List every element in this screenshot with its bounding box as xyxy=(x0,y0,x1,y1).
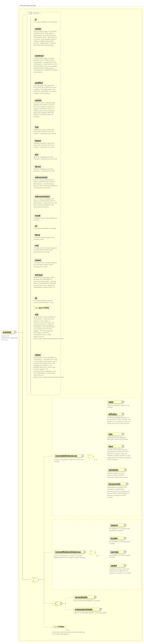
rel-narrower[interactable]: narrower + xyxy=(109,550,124,554)
def-definition[interactable]: definition + xyxy=(107,412,122,416)
def-name[interactable]: name + xyxy=(107,400,122,404)
relgroup-label: ConceptRelationshipsGroup xyxy=(55,551,83,553)
rel-narrower-desc: An identifier of a more specific concept… xyxy=(109,554,133,558)
attr-creatoruri-desc: If the property value is empty, specifie… xyxy=(34,57,58,73)
organiser-desc: A person or organisation organising the … xyxy=(1,335,18,341)
defgroup-desc: A group of properties required to define… xyxy=(54,459,87,463)
attr-pubconstraint[interactable]: pubconstraint xyxy=(35,176,47,179)
diagram-canvas: Flex1PartyPropType xyxy=(0,0,144,644)
attr-howuri-desc: Indicates by which means the value was e… xyxy=(34,142,58,148)
rel-related-desc: A related concept, where the relationshi… xyxy=(109,568,133,574)
rel-sameas-desc: An identifier of a concept with equivale… xyxy=(109,528,133,532)
def-name-desc: A natural language name for the concept. xyxy=(107,404,131,408)
attr-any-other[interactable]: any any ##other xyxy=(34,306,51,309)
details-choice-expander[interactable]: − xyxy=(60,602,62,605)
attr-id[interactable]: id xyxy=(35,18,36,21)
attr-whyuri-desc: Why the metadata has been included - exp… xyxy=(34,168,58,172)
rel-sameas[interactable]: sameAs + xyxy=(109,524,124,527)
attr-pubconstrainturi-desc: One or many constraints that apply to pu… xyxy=(34,198,58,208)
def-note-expander[interactable]: + xyxy=(122,433,124,435)
attr-whyuri[interactable]: whyuri xyxy=(35,165,41,168)
attr-typeuri[interactable]: typeuri xyxy=(35,258,41,262)
def-remoteinfo[interactable]: remoteInfo + xyxy=(107,468,125,472)
def-facet[interactable]: facet + xyxy=(107,444,122,448)
defgroup-sequence[interactable]: • • • − xyxy=(86,454,94,458)
organiser-expander[interactable]: − xyxy=(14,331,16,333)
details-choice[interactable]: − xyxy=(52,602,61,606)
def-note[interactable]: note + xyxy=(107,432,122,436)
defgroup-occur: 0..∞ xyxy=(94,459,97,460)
persondetails-expander[interactable]: + xyxy=(94,596,96,598)
attr-xmllang[interactable]: xml:lang xyxy=(35,273,43,276)
defgroup-label: ConceptDefinitionGroup xyxy=(55,455,80,457)
attr-qcode[interactable]: qcode xyxy=(35,214,40,217)
attr-creator[interactable]: creator xyxy=(35,27,41,30)
organiser-element[interactable]: organiser − xyxy=(1,330,14,334)
attr-modified-desc: The date (and, optionally, the time) whe… xyxy=(34,84,58,94)
organisationdetails-desc: A group of properties specific to an org… xyxy=(73,612,107,614)
sequence-glyph: • • • xyxy=(33,578,37,582)
relgroup-plaque[interactable]: ConceptRelationshipsGroup − xyxy=(54,550,84,554)
def-remoteinfo-expander[interactable]: + xyxy=(125,469,127,471)
attr-role[interactable]: role xyxy=(35,313,38,316)
attr-pubconstrainturi[interactable]: pubconstrainturi xyxy=(35,194,50,198)
persondetails-desc: A set of properties specific to a person xyxy=(73,600,107,602)
attr-type-desc: The type of the concept assigned as cont… xyxy=(34,247,58,253)
def-hierarchyinfo-expander[interactable]: + xyxy=(126,483,128,485)
def-facet-desc: In NAR 1.8 and later, facet is deprecate… xyxy=(107,449,131,460)
attr-how[interactable]: how xyxy=(35,125,39,128)
root-sequence-connector[interactable]: • • • − xyxy=(31,578,39,582)
organisationdetails[interactable]: organisationDetails + xyxy=(73,608,100,611)
attr-why[interactable]: why xyxy=(35,153,39,156)
attr-custom[interactable]: custom xyxy=(35,98,42,102)
attr-roleuri[interactable]: roleuri xyxy=(35,353,41,356)
attr-literal[interactable]: literal xyxy=(35,233,40,236)
attr-id-desc: The local identifier of the property. xyxy=(34,21,58,23)
relgroup-sequence[interactable]: • • • − xyxy=(88,550,96,554)
attr-roleuri-desc: A refinement of the semantics of the pro… xyxy=(34,356,58,378)
rel-broader-desc: An identifier of a more generic concept. xyxy=(109,541,133,545)
attr-modified[interactable]: modified xyxy=(35,81,43,84)
rel-related-expander[interactable]: + xyxy=(124,564,126,566)
def-facet-expander[interactable]: + xyxy=(122,445,124,447)
attr-pubconstraint-desc: One or many constraints that apply to pu… xyxy=(34,179,58,189)
choice-icon xyxy=(53,602,61,606)
persondetails[interactable]: personDetails + xyxy=(73,596,94,599)
attributes-expander-icon[interactable]: − xyxy=(30,12,32,14)
rel-sameas-expander[interactable]: + xyxy=(124,524,126,526)
attr-xmllang-desc: Specifies the language of this property … xyxy=(34,276,58,288)
organiser-label: organiser xyxy=(3,331,13,333)
attr-type[interactable]: type xyxy=(35,244,39,247)
attributes-label: attributes xyxy=(33,12,40,14)
attr-creator-desc: If the property value is not empty, spec… xyxy=(34,30,58,46)
def-definition-desc: A natural language definition of the sem… xyxy=(107,416,131,424)
attr-literal-desc: A free-text value assigned as property v… xyxy=(34,236,58,240)
attr-why-desc: Why the metadata has been included - exp… xyxy=(34,156,58,160)
relgroup-desc: A group of properties required to indica… xyxy=(54,555,87,559)
rel-broader-expander[interactable]: + xyxy=(124,537,126,539)
attr-uri[interactable]: uri xyxy=(35,224,37,228)
def-note-desc: Additional natural language information … xyxy=(107,436,131,440)
defgroup-expander[interactable]: − xyxy=(82,455,84,457)
attr-typeuri-desc: The type of the concept assigned as cont… xyxy=(34,262,58,268)
rel-narrower-expander[interactable]: + xyxy=(124,551,126,553)
def-definition-expander[interactable]: + xyxy=(122,413,124,415)
attr-dir[interactable]: dir xyxy=(35,296,37,300)
attr-creatoruri[interactable]: creatoruri xyxy=(35,54,44,57)
def-hierarchyinfo[interactable]: hierarchyInfo + xyxy=(107,482,126,486)
attr-custom-desc: If set to true the corresponding propert… xyxy=(34,102,58,118)
rel-related[interactable]: related + xyxy=(109,564,124,567)
organisationdetails-expander[interactable]: + xyxy=(100,608,102,610)
any-other-occur: 0..∞ xyxy=(66,629,69,631)
attr-role-desc: A refinement of the semantics of the pro… xyxy=(34,316,58,340)
any-other-desc: Extension point for provider-defined pro… xyxy=(52,631,86,635)
def-name-expander[interactable]: + xyxy=(122,401,124,403)
attributes-header[interactable]: − attributes xyxy=(28,12,41,14)
attr-dir-desc: The directionality of textual content (e… xyxy=(34,300,58,304)
defgroup-plaque[interactable]: ConceptDefinitionGroup − xyxy=(54,454,82,458)
any-other-element[interactable]: any ##other xyxy=(52,625,66,628)
attr-howuri[interactable]: howuri xyxy=(35,139,41,142)
attr-uri-desc: A URI which identifies a concept. xyxy=(34,228,58,229)
relgroup-expander[interactable]: − xyxy=(84,551,86,553)
rel-broader[interactable]: broader + xyxy=(109,536,124,540)
